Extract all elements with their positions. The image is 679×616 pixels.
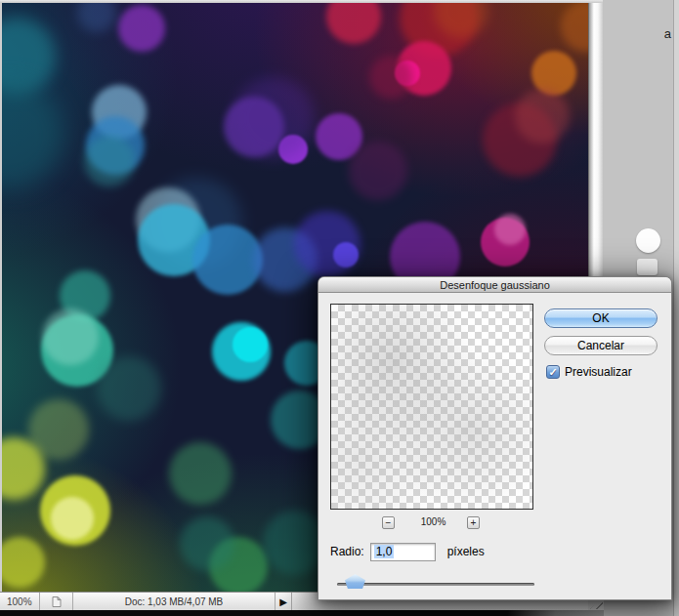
radius-slider[interactable] [332,573,539,591]
doc-size-info: Doc: 1,03 MB/4,07 MB [73,593,275,610]
check-icon: ✓ [548,366,557,378]
bokeh-circle [2,537,45,588]
dialog-title-bar[interactable]: Desenfoque gaussiano [318,277,671,293]
status-divider [291,593,292,610]
bokeh-circle [42,308,99,365]
bokeh-circle [97,356,161,421]
desktop-strip [0,610,604,616]
status-menu-arrow[interactable]: ▶ [276,593,291,610]
radius-value: 1,0 [374,545,395,558]
status-divider [39,593,40,610]
bokeh-circle [333,242,359,267]
panel-square-shape [637,259,658,275]
bokeh-circle [233,327,268,362]
zoom-level-field[interactable]: 100% [0,593,39,610]
page-preview-icon[interactable] [50,595,63,610]
preview-checkbox-label: Previsualizar [565,365,632,379]
bokeh-circle [169,442,232,505]
photoshop-screen: a 100% Doc: 1,03 MB/4,07 MB ▶ Desenfoque… [0,0,679,616]
dialog-title: Desenfoque gaussiano [440,279,550,291]
panel-partial-text: a [664,26,671,41]
gaussian-blur-dialog: Desenfoque gaussiano − 100% + OK Cancela… [318,276,672,600]
bokeh-circle [51,497,94,540]
preview-checkbox-row: ✓ Previsualizar [546,365,632,379]
bokeh-circle [2,81,64,188]
bokeh-circle [326,3,381,44]
bokeh-circle [77,3,116,32]
slider-track[interactable] [337,583,534,586]
radius-unit-label: píxeles [447,545,485,558]
panel-edge-divider [673,0,679,616]
radius-input[interactable]: 1,0 [370,543,436,561]
bokeh-circle [515,89,570,144]
blur-preview-box[interactable] [330,304,533,510]
radius-label: Radio: [330,545,364,558]
bokeh-circle [84,136,135,186]
radius-row: Radio: 1,0 píxeles [330,542,485,561]
preview-zoom-out-button[interactable]: − [382,516,395,529]
bokeh-circle [180,516,234,571]
bokeh-circle [118,5,165,52]
panel-circle-shape [636,228,660,253]
preview-checkbox[interactable]: ✓ [546,365,560,379]
ok-button[interactable]: OK [544,308,658,328]
bokeh-circle [561,3,588,52]
bokeh-circle [233,77,315,159]
bokeh-circle [369,56,412,99]
bokeh-circle [349,142,407,200]
preview-zoom-level: 100% [411,516,455,527]
preview-zoom-in-button[interactable]: + [467,516,480,529]
cancel-button[interactable]: Cancelar [544,336,658,355]
slider-thumb[interactable] [345,574,365,589]
bokeh-circle [494,214,526,245]
